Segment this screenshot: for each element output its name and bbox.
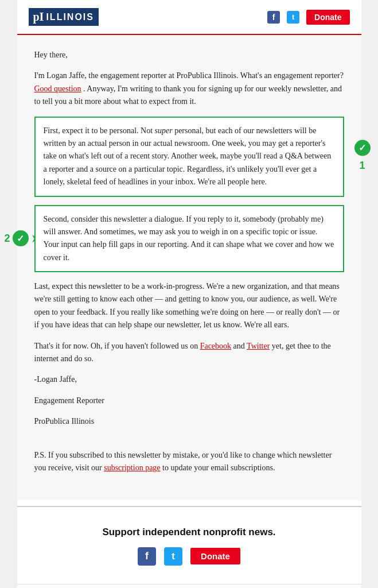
email-content: Hey there, I'm Logan Jaffe, the engageme… bbox=[17, 35, 361, 500]
email-container: pI ILLINOIS f t Donate Hey there, I'm Lo… bbox=[17, 0, 361, 588]
ps-text: P.S. If you subscribed to this newslette… bbox=[34, 449, 344, 475]
signature: -Logan Jaffe, Engagement Reporter ProPub… bbox=[34, 373, 344, 428]
twitter-icon[interactable]: t bbox=[287, 11, 299, 24]
para1: I'm Logan Jaffe, the engagement reporter… bbox=[34, 69, 344, 108]
badge-number-1: 1 bbox=[359, 157, 365, 173]
badge1-wrapper: ✓ 1 bbox=[354, 140, 371, 173]
support-icons: f t Donate bbox=[29, 547, 350, 566]
facebook-link[interactable]: Facebook bbox=[200, 342, 231, 350]
donate-button-footer[interactable]: Donate bbox=[190, 548, 240, 564]
logo-box: pI ILLINOIS bbox=[29, 8, 99, 26]
header-right: f t Donate bbox=[267, 10, 349, 25]
logo-pi-icon: pI bbox=[33, 10, 44, 24]
facebook-icon[interactable]: f bbox=[267, 11, 280, 24]
divider bbox=[17, 506, 361, 507]
para4: That's it for now. Oh, if you haven't fo… bbox=[34, 340, 344, 366]
check-badge-2: ✓ bbox=[13, 230, 29, 246]
signature-line3: ProPublica Illinois bbox=[34, 415, 344, 428]
box2-text: Second, consider this newsletter a dialo… bbox=[44, 215, 334, 262]
box1-text: First, expect it to be personal. Not sup… bbox=[44, 126, 332, 187]
support-twitter-icon[interactable]: t bbox=[164, 547, 182, 566]
logo-area: pI ILLINOIS bbox=[29, 8, 99, 26]
check-badge-1: ✓ bbox=[354, 140, 371, 156]
box1-container: First, expect it to be personal. Not sup… bbox=[34, 117, 344, 197]
good-question-link[interactable]: Good question bbox=[34, 84, 81, 93]
highlighted-box-1: First, expect it to be personal. Not sup… bbox=[34, 117, 344, 197]
subscription-page-link[interactable]: subscription page bbox=[104, 463, 160, 472]
highlighted-box-2: Second, consider this newsletter a dialo… bbox=[34, 205, 344, 273]
signature-line2: Engagement Reporter bbox=[34, 394, 344, 407]
greeting: Hey there, bbox=[34, 49, 344, 61]
support-title: Support independent nonprofit news. bbox=[29, 527, 350, 538]
email-wrapper: pI ILLINOIS f t Donate Hey there, I'm Lo… bbox=[0, 0, 378, 588]
support-facebook-icon[interactable]: f bbox=[138, 547, 156, 566]
footer-info: Was this email forwarded to you from a f… bbox=[17, 584, 361, 588]
email-header: pI ILLINOIS f t Donate bbox=[17, 0, 361, 35]
logo-illinois-text: ILLINOIS bbox=[46, 12, 94, 22]
support-section: Support independent nonprofit news. f t … bbox=[17, 513, 361, 584]
signature-line1: -Logan Jaffe, bbox=[34, 373, 344, 386]
box2-container: 2 ✓ ➤ Second, consider this newsletter a… bbox=[34, 205, 344, 273]
para3: Last, expect this newsletter to be a wor… bbox=[34, 280, 344, 332]
twitter-link[interactable]: Twitter bbox=[247, 342, 270, 350]
badge-number-2: 2 bbox=[5, 230, 10, 247]
donate-button-header[interactable]: Donate bbox=[306, 10, 349, 25]
